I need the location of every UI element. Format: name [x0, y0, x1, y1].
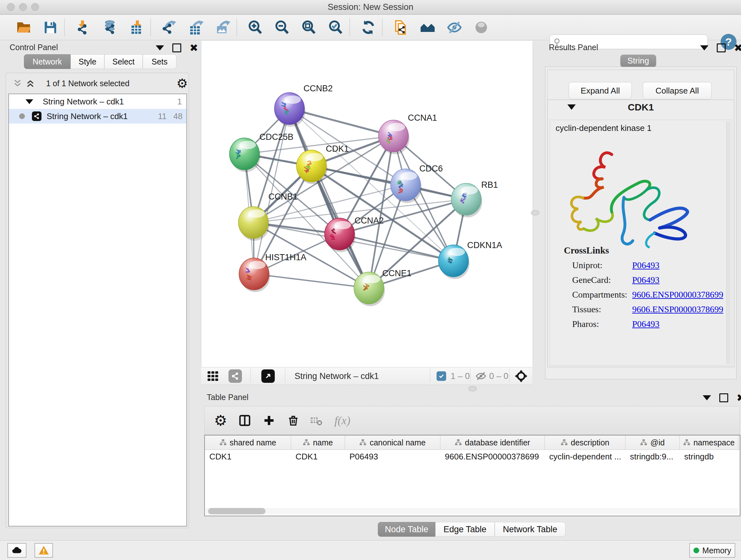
table-cell[interactable]: CDK1	[291, 449, 345, 463]
node-RB1[interactable]: RB1	[451, 180, 498, 217]
crosslink-link[interactable]: P06493	[632, 319, 660, 329]
network-view-toolbar: String Network – cdk1 1 – 0 0 – 0	[201, 367, 532, 385]
network-row-selected[interactable]: String Network – cdk1 11 48	[9, 109, 186, 124]
zoom-fit-icon[interactable]	[300, 19, 317, 36]
horizontal-splitter-handle[interactable]	[468, 386, 477, 391]
gear-icon[interactable]: ⚙	[214, 412, 227, 429]
tree-expander-icon[interactable]	[25, 99, 33, 104]
table-cell[interactable]: stringdb	[680, 449, 738, 463]
table-cell[interactable]: 9606.ENSP00000378699	[441, 449, 545, 463]
column-header-sharedname[interactable]: shared name	[205, 435, 291, 449]
edge-CCNA2-CDKN1A[interactable]	[340, 234, 454, 261]
table-cell[interactable]: CDK1	[205, 449, 291, 463]
column-header-id[interactable]: @id	[625, 435, 680, 449]
crosslink-label: Uniprot:	[572, 260, 603, 270]
save-icon[interactable]	[42, 19, 59, 36]
tab-string[interactable]: String	[620, 55, 656, 67]
import-table-icon[interactable]	[128, 19, 145, 36]
panel-minimize-icon[interactable]	[156, 45, 164, 51]
column-header-name[interactable]: name	[291, 435, 345, 449]
add-column-icon[interactable]	[263, 415, 275, 427]
panel-minimize-icon[interactable]	[703, 395, 711, 400]
column-header-description[interactable]: description	[545, 435, 625, 449]
cloud-button[interactable]	[7, 543, 26, 558]
edge-count: 48	[173, 111, 183, 121]
export-image-icon[interactable]	[214, 19, 231, 36]
panel-float-icon[interactable]	[172, 44, 181, 52]
crosslink-link[interactable]: 9606.ENSP00000378699	[632, 290, 723, 300]
crosslink-link[interactable]: P06493	[632, 260, 660, 270]
home-icon[interactable]	[419, 19, 436, 36]
tab-network-table[interactable]: Network Table	[495, 522, 565, 537]
panel-float-icon[interactable]	[719, 393, 728, 402]
hide-unhide-icon[interactable]	[446, 19, 463, 36]
table-cell[interactable]: P06493	[345, 449, 441, 463]
panel-close-icon[interactable]: ✖	[737, 394, 741, 401]
node-label-HIST1H1A: HIST1H1A	[265, 253, 307, 262]
edge-HIST1H1A-CCNE1[interactable]	[254, 274, 369, 288]
zoom-out-icon[interactable]	[274, 19, 290, 36]
node-CCNE1[interactable]: CCNE1	[354, 268, 412, 306]
zoom-selected-icon[interactable]	[327, 19, 344, 36]
panel-minimize-icon[interactable]	[700, 45, 709, 51]
crosslink-link[interactable]: 9606.ENSP00000378699	[632, 304, 723, 314]
selected-checkbox-icon[interactable]	[436, 371, 446, 381]
collapse-all-button[interactable]: Collapse All	[643, 82, 712, 99]
crosslink-label: Compartments:	[572, 290, 627, 300]
warnings-button[interactable]	[35, 543, 53, 558]
node-table[interactable]: shared namenamecanonical namedatabase id…	[204, 435, 740, 516]
columns-icon[interactable]	[239, 414, 251, 427]
zoom-in-icon[interactable]	[247, 19, 264, 36]
vertical-splitter-handle[interactable]	[531, 210, 539, 215]
tab-sets[interactable]: Sets	[143, 54, 177, 69]
fit-selected-icon[interactable]	[515, 369, 528, 383]
node-label-CDKN1A: CDKN1A	[467, 240, 502, 250]
network-view-canvas[interactable]: CCNB2 CCNA1 CDC25B CDK1 CDC6 RB1 CCNB1 C…	[201, 41, 533, 367]
import-database-icon[interactable]	[102, 19, 118, 36]
crosslink-row: Pharos:P06493	[550, 319, 732, 334]
table-cell[interactable]: cyclin-dependent ...	[545, 449, 625, 463]
column-header-databaseidentifier[interactable]: database identifier	[441, 435, 545, 449]
table-horizontal-scrollbar[interactable]	[205, 508, 738, 514]
export-table-icon[interactable]	[188, 19, 204, 36]
export-network-icon[interactable]	[161, 19, 178, 36]
tab-network[interactable]: Network	[24, 54, 71, 69]
tab-select[interactable]: Select	[105, 54, 143, 69]
column-header-namespace[interactable]: namespace	[680, 435, 738, 449]
panel-close-icon[interactable]: ✖	[190, 44, 198, 51]
network-tree: String Network – cdk1 1 String Network –…	[8, 94, 187, 526]
open-folder-icon[interactable]	[15, 19, 32, 36]
network-collection-row[interactable]: String Network – cdk1 1	[9, 94, 186, 109]
table-cell[interactable]: stringdb:9...	[625, 449, 680, 463]
tab-style[interactable]: Style	[71, 54, 105, 69]
tab-node-table[interactable]: Node Table	[378, 522, 435, 537]
node-CCNB1[interactable]: CCNB1	[239, 192, 298, 241]
node-label-RB1: RB1	[481, 180, 498, 190]
node-CDC6[interactable]: CDC6	[391, 164, 443, 203]
status-bar: Memory	[0, 540, 741, 560]
delete-column-icon[interactable]	[287, 415, 299, 427]
import-network-icon[interactable]	[75, 19, 91, 36]
expand-all-button[interactable]: Expand All	[569, 82, 632, 99]
gear-icon[interactable]: ⚙	[177, 76, 188, 91]
node-HIST1H1A[interactable]: HIST1H1A	[239, 253, 307, 292]
string-view-icon[interactable]	[228, 369, 242, 383]
control-panel: Control Panel ✖ NetworkStyleSelectSets 1…	[3, 41, 191, 530]
tab-edge-table[interactable]: Edge Table	[435, 522, 495, 537]
scrollbar-thumb[interactable]	[208, 508, 266, 514]
control-panel-title: Control Panel	[10, 43, 58, 52]
column-header-canonicalname[interactable]: canonical name	[345, 435, 441, 449]
clone-network-icon[interactable]	[393, 19, 409, 36]
detach-view-icon[interactable]	[261, 369, 275, 383]
crosslink-link[interactable]: P06493	[632, 275, 660, 285]
panel-float-icon[interactable]	[717, 44, 726, 52]
results-scrollbar[interactable]	[726, 121, 731, 364]
sphere-icon[interactable]	[473, 19, 489, 36]
panel-close-icon[interactable]: ✖	[734, 44, 741, 51]
toolbar-separator	[349, 18, 350, 36]
memory-button[interactable]: Memory	[689, 543, 735, 558]
node-CDKN1A[interactable]: CDKN1A	[439, 240, 502, 279]
node-CCNB2[interactable]: CCNB2	[274, 84, 333, 127]
birds-eye-view-icon[interactable]	[207, 370, 219, 382]
refresh-icon[interactable]	[360, 19, 377, 36]
